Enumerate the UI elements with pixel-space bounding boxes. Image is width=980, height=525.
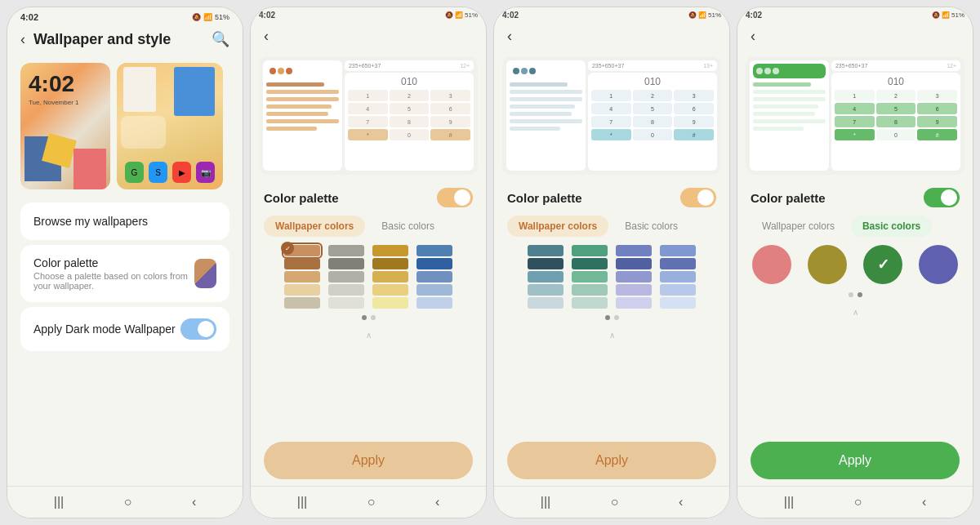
scroll-indicator-2: ∧: [251, 328, 486, 341]
swatch-3-3[interactable]: [616, 245, 652, 309]
tab-basic-2[interactable]: Basic colors: [370, 216, 446, 237]
home-screen-thumb[interactable]: G S ▶ 📷: [117, 63, 223, 189]
scroll-indicator-3: ∧: [494, 328, 729, 341]
swatch-1-2[interactable]: ✓: [284, 245, 320, 309]
mini-calc-2: 010 1 2 3 4 5 6 7 8 9 * 0 #: [345, 73, 474, 171]
circle-pink-4[interactable]: [752, 245, 791, 284]
tab-basic-4[interactable]: Basic colors: [851, 216, 932, 237]
bottom-nav-2: ||| ○ ‹: [251, 486, 486, 518]
swatch-4-3[interactable]: [660, 245, 696, 309]
nav-back-4[interactable]: ‹: [922, 495, 926, 509]
status-time-2: 4:02: [259, 11, 275, 20]
browse-wallpapers-label: Browse my wallpapers: [33, 215, 148, 228]
nav-header-3: ‹: [494, 21, 729, 51]
palette-header-2: Color palette: [264, 188, 473, 207]
bottom-nav-1: ||| ○ ‹: [7, 486, 243, 518]
dark-mode-label: Apply Dark mode Wallpaper: [33, 323, 176, 336]
back-button-1[interactable]: ‹: [20, 31, 25, 48]
nav-header-2: ‹: [251, 21, 486, 51]
swatch-2-3[interactable]: [572, 245, 608, 309]
status-bar-2: 4:02 🔕 📶 51%: [251, 7, 486, 21]
palette-preview-swatch: [194, 259, 216, 288]
palette-toggle-4[interactable]: [924, 188, 960, 207]
bottom-nav-4: ||| ○ ‹: [737, 486, 973, 518]
browse-wallpapers-item[interactable]: Browse my wallpapers: [20, 202, 229, 240]
apply-button-3[interactable]: Apply: [507, 442, 716, 479]
circle-green-4[interactable]: ✓: [863, 245, 902, 284]
color-palette-section-4: Color palette Wallpaper colors Basic col…: [737, 180, 973, 305]
tab-basic-3[interactable]: Basic colors: [613, 216, 689, 237]
circle-purple-4[interactable]: [919, 245, 958, 284]
nav-recent-2[interactable]: |||: [297, 495, 307, 509]
swatch-1-3[interactable]: [528, 245, 564, 309]
mini-calc-3: 010 1 2 3 4 5 6 7 8 9 * 0 #: [588, 73, 717, 171]
dot-indicators-2: [264, 315, 473, 320]
app-icon-1: G: [125, 162, 144, 183]
mini-left-3: [506, 60, 586, 171]
apply-button-4[interactable]: Apply: [751, 442, 960, 479]
nav-recent-4[interactable]: |||: [784, 495, 794, 509]
back-button-2[interactable]: ‹: [264, 28, 269, 45]
swatch-3-2[interactable]: [372, 245, 408, 309]
nav-home-2[interactable]: ○: [368, 495, 376, 509]
dot-1-4: [849, 292, 853, 297]
back-button-3[interactable]: ‹: [507, 28, 512, 45]
apply-button-2[interactable]: Apply: [264, 442, 473, 479]
nav-back-2[interactable]: ‹: [435, 495, 439, 509]
status-icons-1: 🔕 📶 51%: [192, 13, 229, 21]
mini-right-2: 235+650+37 12+ 010 1 2 3 4 5 6 7 8 9 * 0: [345, 60, 474, 171]
dot-2-3: [614, 315, 619, 320]
nav-home-3[interactable]: ○: [611, 495, 619, 509]
tab-wallpaper-4[interactable]: Wallpaper colors: [751, 216, 846, 237]
dark-mode-item[interactable]: Apply Dark mode Wallpaper: [20, 307, 229, 351]
status-time-1: 4:02: [20, 12, 38, 22]
dark-mode-toggle[interactable]: [180, 318, 216, 340]
wallpaper-preview: 4:02 Tue, November 1 G S ▶: [7, 55, 243, 198]
shape-pink: [74, 149, 106, 189]
nav-header-1: ‹ Wallpaper and style 🔍: [7, 24, 243, 55]
color-palette-item[interactable]: Color palette Choose a palette based on …: [20, 245, 229, 302]
swatch-2-2[interactable]: [328, 245, 364, 309]
app-icon-2: S: [149, 162, 167, 183]
color-palette-sub: Choose a palette based on colors from yo…: [33, 271, 194, 291]
palette-header-4: Color palette: [751, 188, 960, 207]
nav-recent-3[interactable]: |||: [541, 495, 550, 509]
nav-home-4[interactable]: ○: [854, 495, 862, 509]
swatch-4-2[interactable]: [416, 245, 452, 309]
palette-toggle-2[interactable]: [437, 188, 473, 207]
swatch-checkmark-2: ✓: [281, 242, 294, 255]
app-icon-4: 📷: [196, 162, 215, 183]
lock-screen-thumb[interactable]: 4:02 Tue, November 1: [20, 63, 110, 189]
nav-header-4: ‹: [737, 21, 973, 51]
mini-left-2: [263, 60, 342, 171]
status-bar-4: 4:02 🔕 📶 51%: [737, 7, 973, 21]
nav-back-3[interactable]: ‹: [679, 495, 683, 509]
mini-preview-2: 235+650+37 12+ 010 1 2 3 4 5 6 7 8 9 * 0: [259, 56, 478, 175]
tab-wallpaper-2[interactable]: Wallpaper colors: [264, 216, 365, 237]
status-bar-3: 4:02 🔕 📶 51%: [494, 7, 729, 21]
mini-preview-4: 235+650+37 12+ 010 1 2 3 4 5 6 7 8 9 * 0: [746, 56, 964, 175]
palette-header-3: Color palette: [507, 188, 716, 207]
dot-2-2: [371, 315, 376, 320]
mini-top-bar-3: [510, 64, 582, 78]
mini-top-bar-2: [266, 64, 339, 78]
screen-content-1: 4:02 Tue, November 1 G S ▶: [7, 55, 243, 486]
nav-home-1[interactable]: ○: [124, 495, 132, 509]
dot-2-4: [858, 292, 862, 297]
nav-recent-1[interactable]: |||: [54, 495, 64, 509]
palette-toggle-3[interactable]: [680, 188, 716, 207]
dot-indicators-3: [507, 315, 716, 320]
tab-wallpaper-3[interactable]: Wallpaper colors: [507, 216, 608, 237]
tab-row-3: Wallpaper colors Basic colors: [507, 216, 716, 237]
dot-1-2: [362, 315, 367, 320]
search-button-1[interactable]: 🔍: [212, 30, 229, 48]
palette-title-4: Color palette: [751, 191, 826, 205]
back-button-4[interactable]: ‹: [751, 28, 755, 45]
status-time-4: 4:02: [746, 11, 762, 20]
circle-olive-4[interactable]: [808, 245, 847, 284]
nav-back-1[interactable]: ‹: [192, 495, 196, 509]
bottom-nav-3: ||| ○ ‹: [494, 486, 729, 518]
palette-title-2: Color palette: [264, 191, 339, 205]
mini-right-4: 235+650+37 12+ 010 1 2 3 4 5 6 7 8 9 * 0: [831, 60, 960, 171]
page-title-1: Wallpaper and style: [33, 31, 212, 48]
